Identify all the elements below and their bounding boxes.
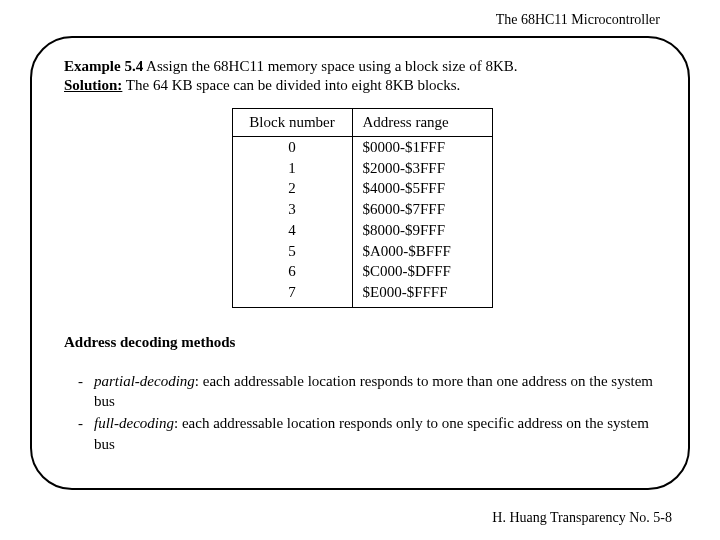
cell-block: 0 [232,136,352,157]
content-frame: Example 5.4 Assign the 68HC11 memory spa… [30,36,690,490]
cell-range: $2000-$3FFF [352,158,492,179]
cell-range: $4000-$5FFF [352,178,492,199]
bullet-term: full-decoding [94,415,174,431]
section-title: Address decoding methods [64,334,660,351]
page-footer: H. Huang Transparency No. 5-8 [492,510,672,526]
page-header: The 68HC11 Microcontroller [0,0,720,34]
cell-range: $8000-$9FFF [352,220,492,241]
table-row: 6$C000-$DFFF [232,261,492,282]
table-row: 3$6000-$7FFF [232,199,492,220]
example-text: Assign the 68HC11 memory space using a b… [143,58,517,74]
cell-range: $6000-$7FFF [352,199,492,220]
bullet-desc: : each addressable location responds onl… [94,415,649,451]
th-range: Address range [352,109,492,137]
table-row: 0$0000-$1FFF [232,136,492,157]
table-row: 2$4000-$5FFF [232,178,492,199]
cell-block: 6 [232,261,352,282]
solution-line: Solution: The 64 KB space can be divided… [64,77,660,94]
footer-text: H. Huang Transparency No. 5-8 [492,510,672,525]
example-line: Example 5.4 Assign the 68HC11 memory spa… [64,58,660,75]
cell-block: 2 [232,178,352,199]
cell-block: 3 [232,199,352,220]
cell-block: 7 [232,282,352,307]
cell-block: 4 [232,220,352,241]
table-wrap: Block number Address range 0$0000-$1FFF … [64,108,660,308]
table-row: 5$A000-$BFFF [232,241,492,262]
cell-block: 5 [232,241,352,262]
table-row: 1$2000-$3FFF [232,158,492,179]
bullet-term: partial-decoding [94,373,195,389]
bullet-list: partial-decoding: each addressable locat… [64,371,660,454]
th-block: Block number [232,109,352,137]
cell-range: $C000-$DFFF [352,261,492,282]
bullet-item: full-decoding: each addressable location… [78,413,660,454]
table-row: 4$8000-$9FFF [232,220,492,241]
cell-block: 1 [232,158,352,179]
cell-range: $E000-$FFFF [352,282,492,307]
table-header-row: Block number Address range [232,109,492,137]
solution-text: The 64 KB space can be divided into eigh… [122,77,460,93]
bullet-item: partial-decoding: each addressable locat… [78,371,660,412]
example-label: Example 5.4 [64,58,143,74]
solution-label: Solution: [64,77,122,93]
block-table: Block number Address range 0$0000-$1FFF … [232,108,493,308]
cell-range: $A000-$BFFF [352,241,492,262]
table-row: 7$E000-$FFFF [232,282,492,307]
header-title: The 68HC11 Microcontroller [496,12,660,27]
cell-range: $0000-$1FFF [352,136,492,157]
